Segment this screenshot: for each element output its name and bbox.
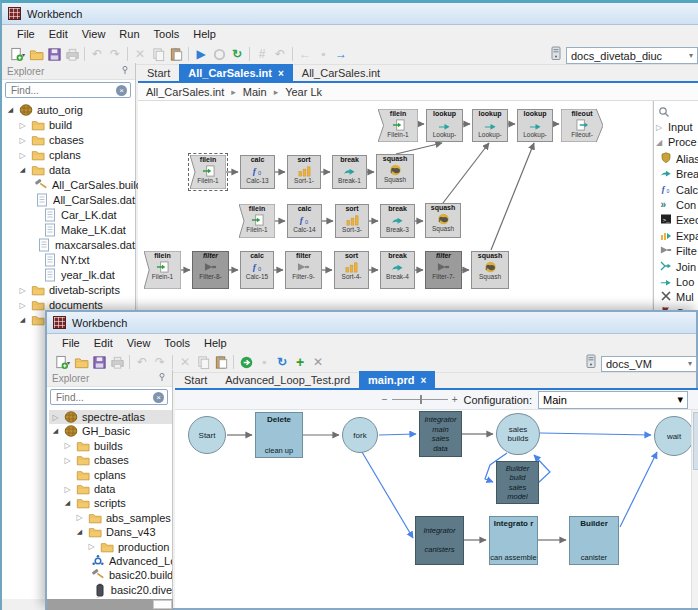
expand-closed-icon[interactable]: ▷ bbox=[18, 151, 27, 160]
tree-item-builds[interactable]: ▷builds bbox=[49, 439, 172, 453]
nav-forward-icon[interactable]: → bbox=[332, 46, 350, 63]
server-dropdown[interactable]: docs_divetab_diuc▾ bbox=[566, 47, 698, 64]
tree-item-ny-txt[interactable]: NY.txt bbox=[4, 253, 135, 267]
node-builder-loop[interactable]: Builderbuildsalesmodel bbox=[496, 461, 539, 504]
front-find-box[interactable]: × bbox=[50, 389, 168, 405]
node-calc-13[interactable]: calcf0Calc-13 bbox=[240, 155, 275, 189]
expand-closed-icon[interactable]: ▷ bbox=[63, 456, 72, 465]
expand-closed-icon[interactable]: ▷ bbox=[51, 413, 60, 422]
node-squash-b[interactable]: squashSquash bbox=[376, 154, 414, 189]
pin-icon[interactable] bbox=[120, 65, 130, 77]
node-fork[interactable]: fork bbox=[342, 417, 378, 453]
tree-item-production[interactable]: ▷production bbox=[49, 540, 172, 554]
node-calc-14[interactable]: calcf0Calc-14 bbox=[287, 204, 322, 238]
tree-item-abs-samples[interactable]: ▷abs_samples bbox=[49, 511, 172, 525]
node-filein-b[interactable]: fileinFilein-1 bbox=[190, 155, 226, 189]
tree-item-data[interactable]: ▷data bbox=[49, 482, 172, 496]
node-builder-canister[interactable]: Buildercanister bbox=[569, 516, 619, 565]
palette-item-proce[interactable]: ◢Proce bbox=[656, 136, 697, 148]
node-squash-c[interactable]: squashSquash bbox=[425, 203, 461, 238]
menu-run[interactable]: Run bbox=[112, 26, 146, 42]
palette-item-alias[interactable]: Alias bbox=[656, 152, 698, 166]
palette-item-exec[interactable]: >_Exec bbox=[656, 213, 698, 227]
expand-open-icon[interactable]: ◢ bbox=[18, 166, 27, 174]
find-input[interactable] bbox=[54, 391, 146, 404]
chevron-down-icon[interactable]: ▾ bbox=[22, 51, 25, 58]
node-filter-7[interactable]: filterFilter-7- bbox=[425, 251, 462, 289]
tree-item-gh-basic[interactable]: ◢GH_basic bbox=[49, 424, 172, 438]
node-start[interactable]: Start bbox=[188, 416, 226, 454]
palette-item-break[interactable]: Break bbox=[656, 167, 698, 181]
breadcrumb-item[interactable]: Main bbox=[243, 86, 267, 98]
palette-item-filte[interactable]: Filte bbox=[656, 244, 697, 258]
canvas-scrollbar[interactable] bbox=[691, 410, 698, 608]
tree-item-auto-orig[interactable]: ◢auto_orig bbox=[4, 103, 135, 117]
node-wait[interactable]: wait bbox=[654, 416, 694, 456]
expand-closed-icon[interactable]: ▷ bbox=[18, 301, 27, 310]
node-filter-8[interactable]: filterFilter-8- bbox=[192, 251, 229, 289]
tree-item-scripts[interactable]: ◢scripts bbox=[49, 496, 172, 510]
paste-icon[interactable] bbox=[167, 46, 185, 63]
tree-item-cbases[interactable]: ▷cbases bbox=[49, 453, 172, 467]
expand-closed-icon[interactable]: ▷ bbox=[63, 485, 72, 494]
node-break-4[interactable]: breakBreak-4 bbox=[380, 251, 415, 289]
node-integrator-canisters[interactable]: Integrator canisters bbox=[415, 516, 464, 565]
expand-icon[interactable]: ◢ bbox=[656, 138, 664, 147]
expand-open-icon[interactable]: ◢ bbox=[18, 316, 27, 324]
search-icon[interactable] bbox=[658, 104, 670, 122]
expand-closed-icon[interactable]: ▷ bbox=[18, 286, 27, 295]
node-delete[interactable]: Deleteclean up bbox=[255, 412, 303, 458]
node-filein-d[interactable]: fileinFilein-1 bbox=[144, 251, 181, 289]
node-lookup-2[interactable]: lookupLookup- bbox=[472, 109, 508, 142]
node-integrator-assemble[interactable]: Integrato rcan assemble bbox=[489, 516, 538, 565]
paste-icon[interactable] bbox=[212, 354, 230, 371]
menu-tools[interactable]: Tools bbox=[157, 335, 197, 351]
palette-item-input[interactable]: ▷Input bbox=[656, 121, 692, 133]
tree-item-build[interactable]: ▷build bbox=[4, 118, 135, 132]
tree-item-cbases[interactable]: ▷cbases bbox=[4, 133, 135, 147]
save-icon[interactable] bbox=[90, 354, 108, 371]
tree-item-data[interactable]: ◢data bbox=[4, 163, 135, 177]
expand-closed-icon[interactable]: ▷ bbox=[18, 121, 27, 130]
palette-item-join[interactable]: Join bbox=[656, 260, 696, 274]
clear-icon[interactable]: × bbox=[153, 392, 164, 403]
front-window-titlebar[interactable]: Workbench bbox=[47, 312, 696, 334]
chevron-down-icon[interactable]: ▾ bbox=[67, 359, 70, 366]
expand-closed-icon[interactable]: ▷ bbox=[87, 542, 96, 551]
node-lookup-3[interactable]: lookupLookup- bbox=[517, 109, 553, 142]
save-icon[interactable] bbox=[45, 46, 63, 63]
menu-help[interactable]: Help bbox=[197, 335, 234, 351]
tree-item-cplans[interactable]: ▷cplans bbox=[4, 148, 135, 162]
clear-icon[interactable]: × bbox=[116, 85, 127, 96]
node-sort-4[interactable]: sortSort-4- bbox=[334, 251, 369, 289]
node-filein-c[interactable]: fileinFilein-1 bbox=[239, 204, 275, 238]
menu-edit[interactable]: Edit bbox=[42, 26, 75, 42]
tree-item-make-lk-dat[interactable]: Make_LK.dat bbox=[4, 223, 135, 237]
open-folder-icon[interactable] bbox=[72, 354, 90, 371]
node-lookup-1[interactable]: lookupLookup- bbox=[426, 109, 463, 142]
tree-item-maxcarsales-dat[interactable]: maxcarsales.dat bbox=[4, 238, 135, 252]
remove-icon[interactable]: ✕ bbox=[309, 354, 327, 371]
menu-file[interactable]: File bbox=[10, 26, 42, 42]
palette-item-mul[interactable]: Mul bbox=[656, 290, 694, 304]
tree-item-year-lk-dat[interactable]: year_lk.dat bbox=[4, 268, 135, 282]
menu-edit[interactable]: Edit bbox=[87, 335, 120, 351]
expand-open-icon[interactable]: ◢ bbox=[51, 427, 60, 435]
zoom-slider[interactable]: −+ bbox=[382, 394, 458, 405]
refresh-icon[interactable]: ↻ bbox=[273, 354, 291, 371]
tree-item-basic20-dive[interactable]: basic20.dive bbox=[49, 583, 172, 597]
expand-open-icon[interactable]: ◢ bbox=[63, 499, 72, 507]
expand-closed-icon[interactable]: ▷ bbox=[18, 136, 27, 145]
node-calc-15[interactable]: calcf0Calc-15 bbox=[240, 251, 274, 289]
expand-open-icon[interactable]: ◢ bbox=[75, 528, 84, 536]
menu-tools[interactable]: Tools bbox=[147, 26, 187, 42]
node-filein-a[interactable]: fileinFilein-1 bbox=[378, 109, 418, 142]
node-sort-1[interactable]: sortSort-1- bbox=[287, 155, 321, 189]
node-integrator-main[interactable]: Integratormainsalesdata bbox=[419, 411, 462, 457]
palette-item-expa[interactable]: Expa bbox=[656, 229, 698, 243]
tree-item-car-lk-dat[interactable]: Car_LK.dat bbox=[4, 208, 135, 222]
palette-item-con[interactable]: »Con bbox=[656, 198, 696, 212]
expand-closed-icon[interactable]: ▷ bbox=[75, 513, 84, 522]
menu-view[interactable]: View bbox=[120, 335, 158, 351]
menu-view[interactable]: View bbox=[75, 26, 113, 42]
